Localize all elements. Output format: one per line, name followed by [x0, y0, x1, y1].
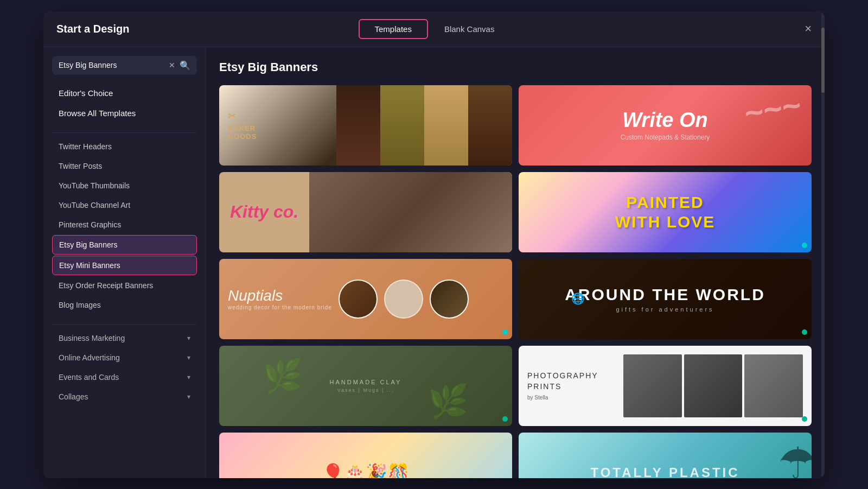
template-card-nuptials[interactable]: Nuptials wedding decor for the modern br…	[219, 259, 512, 339]
template-card-baker-goods[interactable]: ✂ BAKER GOODS	[219, 85, 512, 166]
nuptials-circle-3	[430, 280, 469, 319]
sidebar-item-business-marketing[interactable]: Business Marketing ▾	[52, 329, 197, 347]
tab-group: Templates Blank Canvas	[359, 19, 510, 39]
painted-text: PAINTEDWITH LOVE	[615, 193, 716, 232]
template-card-painted[interactable]: PAINTEDWITH LOVE	[519, 172, 812, 252]
bw-photo-1	[623, 354, 682, 417]
modal: Start a Design Templates Blank Canvas × …	[43, 11, 825, 478]
sidebar-item-browse-all[interactable]: Browse All Templates	[52, 104, 197, 123]
tab-blank-canvas[interactable]: Blank Canvas	[429, 19, 510, 39]
scrollbar-track[interactable]	[821, 47, 825, 478]
sidebar-item-etsy-big-banners[interactable]: Etsy Big Banners	[52, 235, 197, 255]
template-label-baker: ✂ BAKER GOODS	[228, 110, 257, 141]
nuptials-text-block: Nuptials wedding decor for the modern br…	[228, 287, 332, 310]
around-title: AROUND THE WORLD	[565, 285, 765, 304]
sidebar-item-blog-images[interactable]: Blog Images	[52, 296, 197, 314]
nuptials-title: Nuptials	[228, 287, 332, 304]
modal-body: ✕ 🔍 Editor's Choice Browse All Templates…	[43, 47, 825, 478]
sidebar-item-youtube-thumbnails[interactable]: YouTube Thumbnails	[52, 176, 197, 195]
handmade-leaf-1: 🌿	[263, 357, 303, 395]
sidebar: ✕ 🔍 Editor's Choice Browse All Templates…	[43, 47, 206, 478]
sidebar-item-twitter-posts[interactable]: Twitter Posts	[52, 157, 197, 175]
modal-title: Start a Design	[56, 23, 129, 35]
sidebar-categories-section: Business Marketing ▾ Online Advertising …	[43, 329, 206, 407]
around-subtitle: gifts for adventurers	[565, 306, 765, 313]
chevron-down-icon: ▾	[187, 393, 190, 401]
sidebar-item-youtube-channel-art[interactable]: YouTube Channel Art	[52, 196, 197, 214]
template-dot-indicator	[802, 416, 807, 422]
nuptials-circle-2	[384, 280, 423, 319]
sidebar-item-editors-choice[interactable]: Editor's Choice	[52, 84, 197, 103]
template-dot-indicator	[502, 329, 508, 335]
sidebar-item-twitter-headers[interactable]: Twitter Headers	[52, 137, 197, 156]
sidebar-item-label: Collages	[59, 392, 88, 401]
sidebar-top-section: Editor's Choice Browse All Templates	[43, 84, 206, 124]
scrollbar-thumb[interactable]	[821, 47, 825, 93]
template-dot-indicator	[802, 243, 807, 248]
sidebar-item-events-and-cards[interactable]: Events and Cards ▾	[52, 368, 197, 386]
sidebar-item-label: Events and Cards	[59, 373, 119, 382]
bw-photo-3	[744, 354, 803, 417]
sidebar-divider-1	[52, 132, 197, 133]
template-card-handmade-clay[interactable]: 🌿 🌿 HANDMADE CLAY Vases | Mugs | ...	[219, 346, 512, 426]
tab-templates[interactable]: Templates	[359, 19, 428, 39]
photo-title: PHOTOGRAPHYPRINTS	[527, 371, 617, 392]
nuptials-subtitle: wedding decor for the modern bride	[228, 304, 332, 310]
photo-text-block: PHOTOGRAPHYPRINTS by Stella	[527, 371, 617, 400]
chevron-down-icon: ▾	[187, 334, 190, 342]
chevron-down-icon: ▾	[187, 354, 190, 361]
template-dot-indicator	[502, 416, 508, 422]
party-icons: 🎈🎂🎉🎊	[219, 433, 512, 478]
main-content: Etsy Big Banners ✂ BAKER GOODS	[206, 47, 825, 478]
kitty-photo	[309, 172, 512, 252]
sidebar-divider-2	[52, 324, 197, 325]
chevron-down-icon: ▾	[187, 373, 190, 381]
search-clear-button[interactable]: ✕	[169, 61, 175, 69]
template-card-around-the-world[interactable]: 🌐 AROUND THE WORLD gifts for adventurers	[519, 259, 812, 339]
write-on-decoration: ~~~	[741, 86, 804, 132]
sidebar-nav-section: Twitter Headers Twitter Posts YouTube Th…	[43, 137, 206, 315]
templates-grid: ✂ BAKER GOODS Write On Custo	[219, 85, 812, 478]
template-card-photography-prints[interactable]: PHOTOGRAPHYPRINTS by Stella	[519, 346, 812, 426]
sidebar-item-label: Business Marketing	[59, 334, 125, 342]
globe-icon: 🌐	[571, 292, 585, 305]
handmade-title: HANDMADE CLAY	[330, 379, 402, 385]
sidebar-item-label: Online Advertising	[59, 353, 120, 362]
search-box: ✕ 🔍	[52, 56, 197, 75]
baker-photos	[336, 85, 512, 166]
template-card-kitty-co[interactable]: Kitty co.	[219, 172, 512, 252]
sidebar-item-pinterest-graphics[interactable]: Pinterest Graphics	[52, 215, 197, 234]
around-content: 🌐 AROUND THE WORLD gifts for adventurers	[565, 285, 765, 313]
template-card-write-on[interactable]: Write On Custom Notepads & Stationery ~~…	[519, 85, 812, 166]
sidebar-item-etsy-mini-banners[interactable]: Etsy Mini Banners	[52, 256, 197, 275]
handmade-subtitle: Vases | Mugs | ...	[337, 388, 394, 393]
template-dot-indicator	[802, 329, 807, 335]
content-title: Etsy Big Banners	[219, 60, 812, 74]
bw-photo-2	[684, 354, 743, 417]
photo-images	[623, 354, 803, 417]
write-on-text: Write On	[621, 109, 710, 132]
template-card-party[interactable]: 🎈🎂🎉🎊	[219, 433, 512, 478]
sidebar-item-online-advertising[interactable]: Online Advertising ▾	[52, 348, 197, 367]
plastic-icon: ☂	[778, 438, 812, 478]
modal-header: Start a Design Templates Blank Canvas ×	[43, 11, 825, 47]
photo-subtitle: by Stella	[527, 395, 617, 401]
write-on-content: Write On Custom Notepads & Stationery	[621, 109, 710, 142]
kitty-co-text: Kitty co.	[219, 191, 309, 233]
sidebar-item-collages[interactable]: Collages ▾	[52, 388, 197, 406]
write-on-subtext: Custom Notepads & Stationery	[621, 134, 710, 141]
plastic-text: TOTALLY PLASTIC	[590, 465, 739, 478]
search-icon: 🔍	[180, 60, 190, 71]
close-button[interactable]: ×	[805, 23, 812, 35]
nuptials-circle-1	[339, 280, 378, 319]
template-card-totally-plastic[interactable]: TOTALLY PLASTIC ☂	[519, 433, 812, 478]
handmade-leaf-2: 🌿	[428, 382, 469, 421]
search-input[interactable]	[59, 61, 164, 69]
sidebar-item-etsy-order-receipt[interactable]: Etsy Order Receipt Banners	[52, 276, 197, 295]
